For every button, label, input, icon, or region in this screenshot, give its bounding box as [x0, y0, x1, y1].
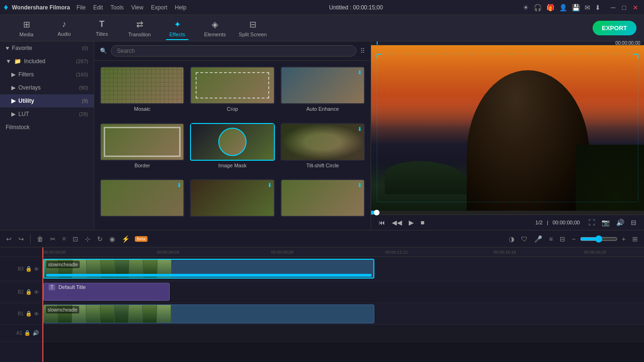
gift-icon[interactable]: 🎁: [546, 4, 554, 11]
menu-view[interactable]: View: [128, 3, 146, 12]
delete-button[interactable]: 🗑: [34, 234, 46, 244]
menu-help[interactable]: Help: [172, 3, 190, 12]
lock-icon-b1[interactable]: 🔒: [25, 311, 32, 317]
minimize-button[interactable]: ─: [609, 4, 618, 11]
volume-icon-a1[interactable]: 🔊: [33, 330, 39, 336]
ruler-tick-3: 00:00:12;12: [385, 250, 408, 255]
toolbar-effects[interactable]: ✦ Effects: [158, 16, 196, 40]
skip-back-button[interactable]: ⏮: [377, 217, 387, 228]
menu-file[interactable]: File: [74, 3, 88, 12]
track-a1-row: [42, 325, 644, 342]
effect-row3b[interactable]: ⬇: [190, 179, 274, 224]
effect-crop[interactable]: Crop: [190, 66, 274, 117]
stop-button[interactable]: ■: [419, 217, 426, 228]
download-icon[interactable]: ⬇: [595, 4, 601, 11]
zoom-out-button[interactable]: −: [570, 234, 578, 244]
maximize-button[interactable]: □: [620, 4, 628, 11]
sidebar-item-filmstock[interactable]: Filmstock: [0, 121, 94, 134]
toolbar-elements[interactable]: ◈ Elements: [196, 16, 234, 40]
lock-icon-b3[interactable]: 🔒: [25, 266, 32, 272]
eye-icon-b2[interactable]: 👁: [34, 289, 39, 295]
sidebar-item-utility[interactable]: ▶ Utility (9): [0, 94, 94, 107]
sidebar-item-included[interactable]: ▼ 📁 Included (287): [0, 55, 94, 68]
preview-video[interactable]: [371, 45, 644, 211]
clip-b1-video[interactable]: slowmcheadle: [43, 304, 374, 323]
speed-button[interactable]: ⚡: [119, 234, 132, 244]
aspect-ratio-button[interactable]: ⊟: [629, 217, 638, 228]
zoom-in-button[interactable]: +: [619, 234, 628, 244]
eye-icon-b3[interactable]: 👁: [34, 266, 39, 272]
toolbar-transition[interactable]: ⇄ Transition: [121, 16, 158, 40]
toolbar-titles[interactable]: T Titles: [83, 16, 121, 40]
sidebar-item-favorite[interactable]: ♥ Favorite (0): [0, 41, 94, 55]
ruler-tick-0: 00:00:00;00: [43, 250, 66, 255]
preview-thumb-marker: [374, 210, 380, 215]
sidebar-item-lut[interactable]: ▶ LUT (28): [0, 107, 94, 121]
duration-display: 1/2: [536, 220, 543, 225]
menu-tools[interactable]: Tools: [107, 3, 126, 12]
fullscreen-button[interactable]: ⛶: [586, 217, 597, 228]
effect-crop-label: Crop: [227, 106, 238, 112]
zoom-fit-button[interactable]: ⊡: [70, 234, 81, 244]
undo-button[interactable]: ↩: [4, 234, 14, 244]
rotate-button[interactable]: ↻: [95, 234, 105, 244]
headphone-icon[interactable]: 🎧: [534, 4, 542, 11]
eye-icon-b1[interactable]: 👁: [34, 311, 39, 317]
track-label-a1: A1 🔒 🔊: [0, 325, 42, 342]
lock-icon-a1[interactable]: 🔒: [24, 330, 31, 336]
preview-position-bar[interactable]: 00:00:00;00: [371, 41, 644, 45]
prev-frame-button[interactable]: ◀◀: [390, 217, 404, 228]
menu-export[interactable]: Export: [148, 3, 170, 12]
sidebar-included-label: Included: [24, 58, 45, 65]
export-button[interactable]: EXPORT: [593, 21, 636, 35]
close-button[interactable]: ✕: [631, 4, 640, 11]
grid-options-icon[interactable]: ⠿: [360, 47, 365, 55]
effect-tiltshift[interactable]: ⬇ Tilt-shift Circle: [281, 123, 365, 174]
mic-button[interactable]: 🎤: [532, 234, 545, 244]
sidebar-overlays-label: Overlays: [18, 84, 41, 91]
lock-icon-b2[interactable]: 🔒: [25, 289, 32, 295]
cut-button[interactable]: ✂: [48, 234, 58, 244]
menu-edit[interactable]: Edit: [91, 3, 106, 12]
toolbar-audio[interactable]: ♪ Audio: [45, 16, 83, 40]
volume-button[interactable]: 🔊: [614, 217, 626, 228]
mail-icon[interactable]: ✉: [585, 4, 590, 11]
color-button[interactable]: ◉: [107, 234, 117, 244]
snapshot-button[interactable]: 📷: [600, 217, 611, 228]
user-icon[interactable]: 👤: [559, 4, 567, 11]
sidebar-item-overlays[interactable]: ▶ Overlays (90): [0, 81, 94, 94]
splitscreen-icon: ⊟: [249, 19, 256, 30]
playhead[interactable]: [42, 247, 43, 362]
play-button[interactable]: ▶: [407, 217, 416, 228]
audio-mix-button[interactable]: ≡: [546, 234, 555, 244]
sun-icon[interactable]: ☀: [523, 4, 529, 11]
effect-imagemask[interactable]: Image Mask: [190, 123, 274, 174]
effect-mosaic-label: Mosaic: [134, 106, 150, 112]
effects-grid: Mosaic Crop ⬇ Auto Enhance: [94, 61, 371, 230]
effect-mosaic[interactable]: Mosaic: [100, 66, 184, 117]
preview-scrub-bar[interactable]: [371, 211, 644, 214]
effect-autoenhance-label: Auto Enhance: [306, 106, 339, 112]
window-controls: ─ □ ✕: [609, 4, 640, 11]
clip-b2-title[interactable]: T Default Title: [43, 283, 170, 301]
zoom-slider[interactable]: [580, 235, 618, 243]
effect-row3a[interactable]: ⬇: [100, 179, 184, 224]
toolbar-media[interactable]: ⊞ Media: [8, 16, 45, 40]
crop-button[interactable]: ⌗: [60, 233, 68, 244]
download-icon-row3c: ⬇: [357, 182, 362, 189]
save-icon[interactable]: 💾: [572, 4, 580, 11]
effect-autoenhance[interactable]: ⬇ Auto Enhance: [281, 66, 365, 117]
sidebar-item-filters[interactable]: ▶ Filters (160): [0, 68, 94, 81]
shield-button[interactable]: 🛡: [519, 234, 530, 244]
clip-b3-video[interactable]: slowmcheadle: [43, 259, 374, 279]
effect-border[interactable]: Border: [100, 123, 184, 174]
effect-row3c[interactable]: ⬇: [281, 179, 365, 224]
effects-search-input[interactable]: [111, 45, 356, 57]
audio-icon: ♪: [62, 19, 66, 29]
scene-detect-button[interactable]: ◑: [506, 234, 517, 244]
fit-button[interactable]: ⊞: [630, 234, 640, 244]
select-tool[interactable]: ⊹: [83, 234, 93, 244]
toolbar-splitscreen[interactable]: ⊟ Split Screen: [234, 16, 272, 40]
track-height-button[interactable]: ⊟: [557, 234, 568, 244]
redo-button[interactable]: ↪: [16, 234, 26, 244]
